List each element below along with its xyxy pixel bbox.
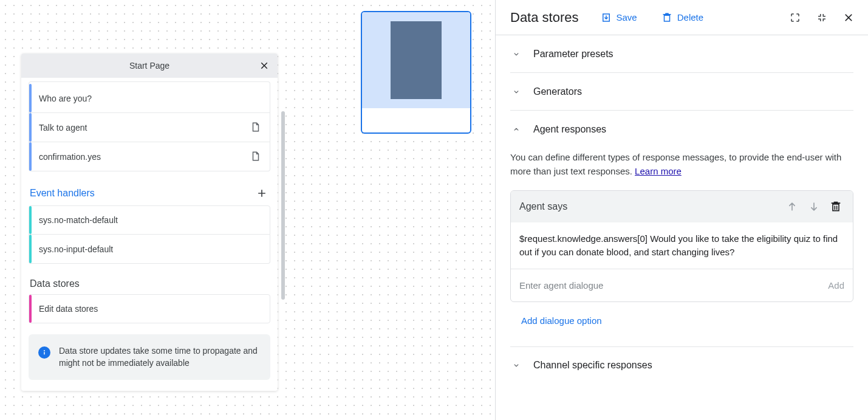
route-label: Who are you? <box>39 94 262 103</box>
info-text: Data store updates take some time to pro… <box>59 345 261 369</box>
delete-button[interactable]: Delete <box>661 12 703 23</box>
svg-rect-1 <box>44 352 45 355</box>
chevron-up-icon <box>510 123 522 136</box>
accordion-label: Parameter presets <box>533 49 613 60</box>
selected-node-thumbnail[interactable] <box>361 11 471 134</box>
canvas-area[interactable]: Start Page Who are you? Talk to agent <box>0 0 495 420</box>
exit-fullscreen-icon[interactable] <box>813 9 830 26</box>
route-label: Talk to agent <box>39 123 250 133</box>
save-button[interactable]: Save <box>601 12 637 23</box>
start-page-header: Start Page <box>21 53 278 78</box>
fullscreen-icon[interactable] <box>787 9 804 26</box>
move-up-icon[interactable] <box>784 198 801 215</box>
add-event-handler-button[interactable] <box>255 186 269 201</box>
accordion-channel-specific[interactable]: Channel specific responses <box>510 346 853 384</box>
agent-dialogue-input[interactable] <box>519 275 821 295</box>
close-panel-icon[interactable] <box>840 9 857 26</box>
event-handlers-title: Event handlers <box>30 188 95 199</box>
data-store-color-bar <box>29 295 32 323</box>
svg-point-0 <box>44 350 45 351</box>
accordion-label: Generators <box>533 86 582 97</box>
event-handler-item[interactable]: sys.no-match-default <box>29 205 270 235</box>
accordion-generators[interactable]: Generators <box>510 73 853 111</box>
agent-says-body[interactable]: $request.knowledge.answers[0] Would you … <box>511 222 853 269</box>
delete-response-icon[interactable] <box>827 198 844 215</box>
route-item[interactable]: confirmation.yes <box>29 142 270 171</box>
move-down-icon[interactable] <box>805 198 822 215</box>
route-item[interactable]: Talk to agent <box>29 113 270 142</box>
event-label: sys.no-match-default <box>39 215 262 225</box>
route-label: confirmation.yes <box>39 152 250 162</box>
save-label: Save <box>617 12 637 22</box>
chevron-down-icon <box>510 48 522 60</box>
right-panel-title: Data stores <box>510 10 579 26</box>
data-stores-section-header: Data stores <box>29 278 270 289</box>
event-label: sys.no-input-default <box>39 244 262 254</box>
accordion-label: Agent responses <box>533 124 606 135</box>
event-handler-item[interactable]: sys.no-input-default <box>29 235 270 264</box>
accordion-parameter-presets[interactable]: Parameter presets <box>510 35 853 73</box>
right-panel: Data stores Save Delete Parameter preset… <box>495 0 868 420</box>
info-note: Data store updates take some time to pro… <box>29 334 270 380</box>
data-store-label: Edit data stores <box>39 304 262 314</box>
page-icon <box>250 122 262 134</box>
route-color-bar <box>29 142 32 171</box>
route-color-bar <box>29 84 32 112</box>
agent-responses-description: You can define different types of respon… <box>510 151 853 178</box>
agent-responses-content: You can define different types of respon… <box>510 148 853 346</box>
data-store-item[interactable]: Edit data stores <box>29 294 270 323</box>
event-color-bar <box>29 206 32 234</box>
route-color-bar <box>29 113 32 142</box>
chevron-down-icon <box>510 86 522 98</box>
node-thumbnail-preview <box>362 12 470 108</box>
right-panel-header: Data stores Save Delete <box>496 0 868 35</box>
agent-says-card: Agent says $request.knowledge.answers[0]… <box>510 190 853 302</box>
close-icon[interactable] <box>257 58 272 73</box>
event-handlers-section-header: Event handlers <box>29 186 270 201</box>
event-color-bar <box>29 235 32 263</box>
data-stores-title: Data stores <box>30 278 80 289</box>
learn-more-link[interactable]: Learn more <box>635 166 682 176</box>
delete-label: Delete <box>677 12 703 22</box>
page-icon <box>250 151 262 163</box>
chevron-down-icon <box>510 359 522 371</box>
add-dialogue-inline-button[interactable]: Add <box>828 280 844 291</box>
agent-says-card-header: Agent says <box>511 191 853 222</box>
agent-says-title: Agent says <box>519 201 779 212</box>
accordion-label: Channel specific responses <box>533 360 652 371</box>
agent-dialogue-input-row: Add <box>511 269 853 301</box>
start-page-title: Start Page <box>129 61 169 71</box>
add-dialogue-option-button[interactable]: Add dialogue option <box>521 315 853 326</box>
scrollbar[interactable] <box>281 111 285 300</box>
route-item[interactable]: Who are you? <box>29 84 270 113</box>
start-page-panel: Start Page Who are you? Talk to agent <box>21 53 278 391</box>
accordion-agent-responses[interactable]: Agent responses <box>510 111 853 148</box>
info-icon <box>38 346 50 359</box>
